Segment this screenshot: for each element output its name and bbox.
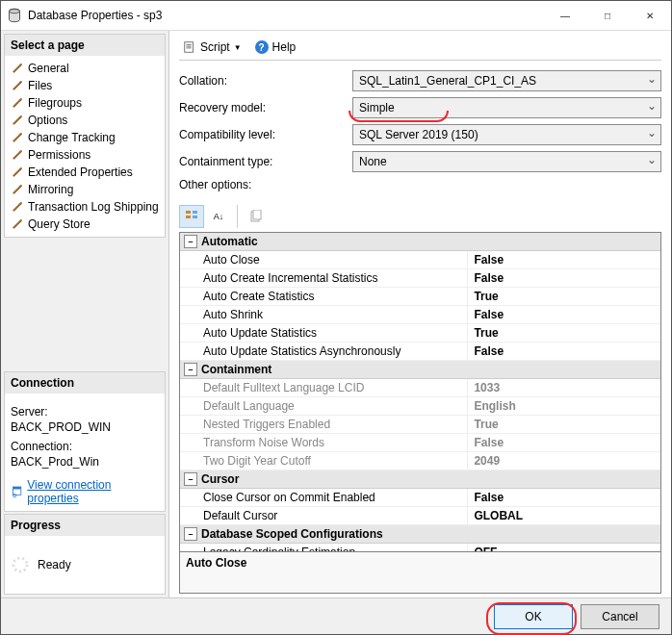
- propgrid-category[interactable]: –Automatic: [180, 233, 660, 251]
- propgrid-value[interactable]: GLOBAL: [468, 507, 660, 524]
- sidebar-page-item[interactable]: Files: [7, 77, 163, 94]
- propgrid-category[interactable]: –Containment: [180, 361, 660, 379]
- sidebar-page-item[interactable]: Extended Properties: [7, 164, 163, 181]
- propgrid-row[interactable]: Auto Update Statistics AsynchronouslyFal…: [180, 343, 660, 361]
- propgrid-toolbar: A↓: [179, 205, 661, 228]
- dialog-body: Select a page GeneralFilesFilegroupsOpti…: [1, 31, 671, 597]
- propgrid-row[interactable]: Auto Create StatisticsTrue: [180, 288, 660, 306]
- propgrid-row[interactable]: Auto Update StatisticsTrue: [180, 324, 660, 343]
- propgrid-row[interactable]: Auto CloseFalse: [180, 251, 660, 269]
- recovery-label: Recovery model:: [179, 101, 352, 114]
- propgrid-value[interactable]: False: [468, 251, 660, 268]
- propgrid-value[interactable]: False: [468, 489, 660, 506]
- close-button[interactable]: ✕: [629, 1, 671, 30]
- form-area: Collation: SQL_Latin1_General_CP1_CI_AS …: [179, 61, 661, 201]
- propgrid-category[interactable]: –Cursor: [180, 470, 660, 489]
- script-button[interactable]: Script ▼: [179, 38, 246, 56]
- sidebar-page-label: Query Store: [28, 217, 90, 231]
- collapse-icon[interactable]: –: [184, 363, 197, 376]
- compat-combo[interactable]: SQL Server 2019 (150): [352, 124, 661, 145]
- property-grid-description: Auto Close: [180, 551, 660, 594]
- propgrid-name: Default Fulltext Language LCID: [180, 379, 468, 396]
- compat-label: Compatibility level:: [179, 128, 352, 141]
- dialog-footer: OK Cancel: [1, 597, 671, 634]
- propgrid-value[interactable]: False: [468, 306, 660, 323]
- containment-combo[interactable]: None: [352, 151, 661, 172]
- sidebar-page-item[interactable]: Change Tracking: [7, 129, 163, 146]
- propgrid-row[interactable]: Default Fulltext Language LCID1033: [180, 379, 660, 397]
- propgrid-value[interactable]: English: [468, 397, 660, 415]
- sidebar-page-item[interactable]: Filegroups: [7, 94, 163, 112]
- propgrid-value[interactable]: True: [468, 416, 660, 433]
- recovery-model-combo[interactable]: Simple: [352, 97, 661, 118]
- propgrid-value[interactable]: True: [468, 324, 660, 342]
- propgrid-name: Auto Create Incremental Statistics: [180, 269, 468, 287]
- sidebar-page-item[interactable]: Transaction Log Shipping: [7, 198, 163, 216]
- svg-rect-8: [186, 216, 191, 218]
- propgrid-row[interactable]: Auto Create Incremental StatisticsFalse: [180, 269, 660, 288]
- server-value: BACK_PROD_WIN: [11, 420, 159, 434]
- script-label: Script: [200, 40, 230, 54]
- propgrid-category-label: Database Scoped Configurations: [201, 527, 383, 541]
- sidebar-page-item[interactable]: Permissions: [7, 146, 163, 164]
- propgrid-value[interactable]: 2049: [468, 452, 660, 470]
- pages-header: Select a page: [5, 35, 165, 56]
- propgrid-row[interactable]: Transform Noise WordsFalse: [180, 434, 660, 452]
- sidebar-page-item[interactable]: Options: [7, 112, 163, 129]
- sidebar-page-label: Permissions: [28, 148, 90, 162]
- sidebar-page-item[interactable]: General: [7, 60, 163, 77]
- propgrid-pages-button[interactable]: [244, 205, 269, 228]
- propgrid-alpha-button[interactable]: A↓: [206, 205, 231, 228]
- collapse-icon[interactable]: –: [184, 527, 197, 541]
- minimize-button[interactable]: —: [544, 1, 586, 30]
- progress-header: Progress: [5, 515, 165, 536]
- propgrid-name: Legacy Cardinality Estimation: [180, 544, 468, 551]
- sidebar-page-label: Files: [28, 79, 52, 92]
- server-label: Server:: [11, 405, 159, 419]
- propgrid-value[interactable]: False: [468, 434, 660, 451]
- collation-label: Collation:: [179, 74, 352, 88]
- collation-combo[interactable]: SQL_Latin1_General_CP1_CI_AS: [352, 70, 661, 91]
- ok-label: OK: [525, 610, 541, 623]
- propgrid-name: Transform Noise Words: [180, 434, 468, 451]
- view-connection-properties-link[interactable]: View connection properties: [11, 478, 159, 505]
- propgrid-row[interactable]: Legacy Cardinality EstimationOFF: [180, 544, 660, 551]
- propgrid-row[interactable]: Default CursorGLOBAL: [180, 507, 660, 525]
- titlebar: Database Properties - sp3 — □ ✕: [1, 1, 671, 31]
- progress-spinner-icon: [11, 555, 30, 574]
- propgrid-name: Auto Close: [180, 251, 468, 268]
- cancel-button[interactable]: Cancel: [581, 604, 659, 629]
- database-icon: [7, 8, 22, 23]
- propgrid-value[interactable]: False: [468, 269, 660, 287]
- connection-value: BACK_Prod_Win: [11, 455, 159, 469]
- connection-header: Connection: [5, 372, 165, 394]
- ok-button[interactable]: OK: [494, 604, 573, 629]
- propgrid-category[interactable]: –Database Scoped Configurations: [180, 525, 660, 544]
- main-toolbar: Script ▼ ? Help: [179, 35, 661, 61]
- propgrid-row[interactable]: Auto ShrinkFalse: [180, 306, 660, 324]
- compat-value: SQL Server 2019 (150): [359, 128, 478, 141]
- propgrid-categorized-button[interactable]: [179, 205, 204, 228]
- maximize-button[interactable]: □: [586, 1, 629, 30]
- propgrid-row[interactable]: Two Digit Year Cutoff2049: [180, 452, 660, 470]
- sidebar-page-item[interactable]: Query Store: [7, 216, 163, 233]
- propgrid-value[interactable]: False: [468, 343, 660, 360]
- sidebar-page-label: General: [28, 62, 69, 75]
- propgrid-value[interactable]: OFF: [468, 544, 660, 551]
- collapse-icon[interactable]: –: [184, 472, 197, 486]
- containment-label: Containment type:: [179, 155, 352, 168]
- help-button[interactable]: ? Help: [251, 38, 300, 56]
- propgrid-row[interactable]: Close Cursor on Commit EnabledFalse: [180, 489, 660, 507]
- sidebar-page-item[interactable]: Mirroring: [7, 181, 163, 198]
- collapse-icon[interactable]: –: [184, 235, 197, 248]
- propgrid-row[interactable]: Nested Triggers EnabledTrue: [180, 416, 660, 434]
- propgrid-value[interactable]: True: [468, 288, 660, 305]
- other-options-label: Other options:: [179, 178, 352, 191]
- collation-value: SQL_Latin1_General_CP1_CI_AS: [359, 74, 536, 88]
- propgrid-category-label: Automatic: [201, 235, 258, 248]
- sidebar-page-label: Transaction Log Shipping: [28, 200, 159, 214]
- svg-rect-7: [186, 211, 191, 214]
- propgrid-value[interactable]: 1033: [468, 379, 660, 396]
- property-grid-scroll[interactable]: –AutomaticAuto CloseFalseAuto Create Inc…: [180, 233, 660, 551]
- propgrid-row[interactable]: Default LanguageEnglish: [180, 397, 660, 416]
